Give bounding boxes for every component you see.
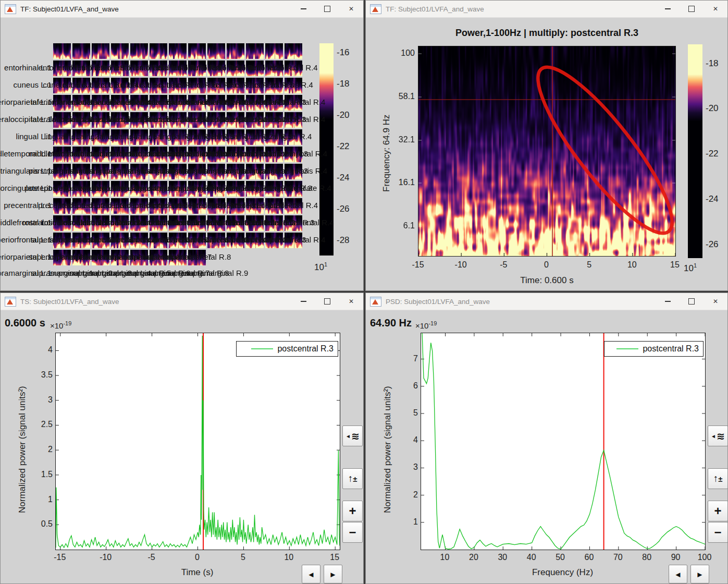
x-tick-label: -5: [147, 553, 155, 562]
psd-client: 64.90 Hz ×10-19 Normalized power (signal…: [366, 310, 727, 583]
selection-ellipse-annotation: [520, 52, 675, 248]
close-icon[interactable]: ✕: [339, 293, 363, 310]
matlab-window-icon: [5, 297, 16, 307]
x-tick-label: 100: [698, 553, 712, 562]
titlebar[interactable]: PSD: Subject01/LVFA_and_wave ✕: [366, 293, 727, 310]
y-tick-label: 7: [413, 354, 418, 363]
psd-plot[interactable]: [421, 333, 705, 550]
display-mode-button[interactable]: ◄≋: [708, 425, 727, 446]
colorbar-tick-label: -16: [337, 47, 350, 58]
legend-label: postcentral R.3: [277, 344, 334, 354]
x-tick-label: 10: [284, 553, 293, 562]
window-title: PSD: Subject01/LVFA_and_wave: [386, 298, 656, 306]
uniform-scale-button[interactable]: ↑±: [342, 468, 363, 489]
y-tick-label: 58.1: [399, 92, 415, 101]
pan-right-button[interactable]: ►: [690, 565, 709, 583]
tf-montage-tile[interactable]: [246, 43, 264, 59]
timeseries-plot[interactable]: [56, 333, 340, 550]
colorbar-exponent-label: 101: [684, 262, 697, 274]
window-title: TF: Subject01/LVFA_and_wave: [386, 5, 656, 13]
scout-label: superiorfrontal R.4: [261, 235, 325, 244]
x-tick-label: 50: [556, 553, 565, 562]
tf-single-client: Power,1-100Hz | multiply: postcentral R.…: [366, 17, 727, 290]
legend[interactable]: postcentral R.3: [236, 341, 338, 357]
matlab-window-icon: [370, 297, 381, 307]
y-tick-label: 6.1: [403, 221, 415, 230]
x-tick-label: 15: [330, 553, 339, 562]
colorbar-tick-label: -26: [706, 239, 719, 250]
maximize-button[interactable]: [680, 1, 704, 17]
tf-montage-tile[interactable]: [207, 43, 225, 59]
tf-montage-tile[interactable]: [92, 43, 109, 59]
y-tick-label: 1.5: [41, 470, 53, 479]
minimize-button[interactable]: [291, 1, 315, 17]
x-tick-label: 15: [670, 260, 680, 270]
scout-label: lingual R.4: [275, 132, 312, 141]
tf-montage-tile[interactable]: [265, 43, 283, 59]
y-tick-label: 6: [413, 381, 418, 391]
maximize-button[interactable]: [680, 293, 704, 310]
colorbar-tick-label: -20: [706, 103, 719, 114]
close-icon[interactable]: ✕: [339, 1, 363, 17]
frequency-cursor-label: 64.90 Hz: [370, 317, 412, 329]
x-tick-label: 0: [544, 260, 549, 270]
scout-label: supramarginal R.9: [184, 269, 249, 277]
minimize-button[interactable]: [656, 293, 680, 310]
tf-spectrogram-axes[interactable]: [418, 46, 676, 257]
legend-line-sample: [616, 348, 638, 349]
colorbar-tick-label: -18: [337, 79, 350, 89]
titlebar[interactable]: TF: Subject01/LVFA_and_wave ✕: [1, 1, 363, 18]
y-tick-label: 4: [413, 435, 418, 445]
tf-montage-tile[interactable]: [150, 43, 167, 59]
window-timeseries: TS: Subject01/LVFA_and_wave ✕ 0.6000 s ×…: [0, 293, 364, 584]
colorbar-tick-label: -24: [337, 173, 350, 183]
close-icon[interactable]: ✕: [704, 293, 727, 310]
x-tick-label: 80: [642, 553, 651, 562]
maximize-button[interactable]: [315, 1, 339, 17]
titlebar[interactable]: TS: Subject01/LVFA_and_wave ✕: [1, 293, 363, 310]
time-cursor-label: 0.6000 s: [5, 317, 45, 329]
zoom-in-button[interactable]: +: [708, 501, 727, 521]
data-series-line: [56, 336, 340, 548]
legend[interactable]: postcentral R.3: [604, 341, 704, 357]
timeseries-axes[interactable]: [55, 333, 340, 550]
pan-left-button[interactable]: ◄: [302, 565, 320, 583]
pan-left-button[interactable]: ◄: [669, 565, 687, 583]
y-tick-label: 1: [413, 517, 418, 527]
tf-montage-tile[interactable]: [72, 43, 90, 59]
zoom-out-button[interactable]: −: [708, 522, 727, 543]
psd-axes[interactable]: [421, 333, 706, 550]
scout-label: inferiorparietal R.4: [262, 98, 326, 106]
display-mode-button[interactable]: ◄≋: [342, 425, 363, 446]
uniform-scale-button[interactable]: ↑±: [708, 468, 727, 489]
tf-montage-tile[interactable]: [111, 43, 129, 59]
y-tick-label: 100: [401, 48, 415, 58]
tf-montage-tile[interactable]: [53, 43, 71, 59]
scout-label: lateraloccipital R.4: [262, 115, 326, 124]
x-tick-label: -15: [412, 260, 424, 270]
y-axis-label: Frequency: 64.9 Hz: [381, 115, 392, 192]
close-icon[interactable]: ✕: [704, 1, 727, 17]
scout-label: parstriangularis R.4: [260, 166, 327, 175]
pan-right-button[interactable]: ►: [324, 565, 342, 583]
tf-montage-client[interactable]: -16-18-20-22-24-26-28 101 entorhinal L.1…: [1, 17, 363, 290]
tf-montage-tile[interactable]: [285, 43, 302, 59]
minimize-button[interactable]: [656, 1, 680, 17]
tf-montage-tile[interactable]: [130, 43, 148, 59]
timeseries-client: 0.6000 s ×10-19 Normalized power (signal…: [1, 310, 363, 583]
zoom-in-button[interactable]: +: [342, 501, 363, 521]
colorbar-exponent-label: 101: [314, 261, 327, 273]
maximize-button[interactable]: [315, 293, 339, 310]
tf-montage-tile[interactable]: [188, 43, 206, 59]
y-axis-label: Normalized power (signal units²): [17, 386, 28, 513]
x-axis-label: Time (s): [55, 567, 339, 578]
y-tick-label: 5: [413, 408, 418, 418]
y-axis-exponent: ×10-19: [415, 320, 437, 330]
minimize-button[interactable]: [291, 293, 315, 310]
colorbar[interactable]: [688, 44, 702, 258]
tf-montage-tile[interactable]: [227, 43, 244, 59]
scout-label: posteriorcingulate R.4: [255, 184, 331, 192]
zoom-out-button[interactable]: −: [342, 522, 363, 543]
tf-montage-tile[interactable]: [169, 43, 187, 59]
titlebar[interactable]: TF: Subject01/LVFA_and_wave ✕: [366, 1, 727, 18]
